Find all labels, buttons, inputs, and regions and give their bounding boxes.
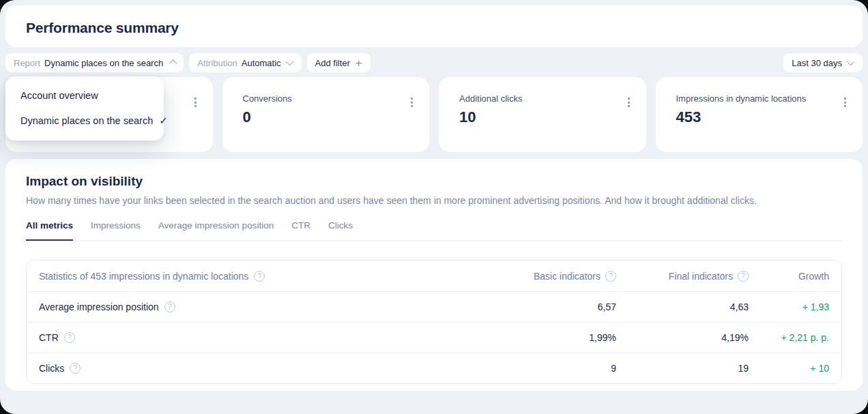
growth-value: + 1,93 (802, 301, 829, 312)
column-header-final: Final indicators (669, 271, 733, 282)
performance-summary-screen: Performance summary Report Dynamic place… (0, 0, 868, 414)
growth-value: + 10 (810, 363, 829, 374)
add-filter-button[interactable]: Add filter + (307, 53, 371, 72)
column-header-basic: Basic indicators (534, 271, 601, 282)
final-value: 4,63 (730, 301, 749, 312)
attribution-filter-pill[interactable]: Attribution Automatic (189, 53, 301, 72)
header-card: Performance summary (5, 5, 863, 47)
table-header-row: Statistics of 453 impressions in dynamic… (27, 261, 841, 291)
impact-visibility-card: Impact on visibility How many times have… (5, 159, 863, 391)
help-icon[interactable]: ? (254, 271, 265, 282)
help-icon[interactable]: ? (164, 301, 175, 312)
help-icon[interactable]: ? (64, 332, 75, 343)
kebab-menu-icon[interactable] (193, 96, 198, 108)
metric-card-conversions: Conversions 0 (222, 77, 430, 152)
kebab-menu-icon[interactable] (409, 96, 414, 108)
kebab-menu-icon[interactable] (843, 96, 848, 108)
table-row: CTR ? 1,99% 4,19% + 2,21 p. p. (27, 322, 841, 353)
report-dropdown-menu: Account overview Dynamic places on the s… (5, 76, 164, 141)
filter-bar: Report Dynamic places on the search Attr… (5, 53, 863, 72)
section-title: Impact on visibility (26, 174, 842, 189)
tab-ctr[interactable]: CTR (291, 220, 310, 241)
statistics-table: Statistics of 453 impressions in dynamic… (26, 260, 842, 384)
metric-label: Conversions (243, 93, 414, 104)
tab-clicks[interactable]: Clicks (328, 220, 353, 241)
final-value: 19 (738, 363, 749, 374)
metric-card-impressions-dynamic: Impressions in dynamic locations 453 (656, 77, 863, 152)
table-row: Average impression position ? 6,57 4,63 … (27, 291, 841, 322)
metric-card-additional-clicks: Additional clicks 10 (439, 77, 646, 152)
check-icon: ✓ (159, 115, 168, 127)
page-title: Performance summary (5, 5, 863, 36)
plus-icon: + (356, 57, 362, 69)
attribution-filter-value: Automatic (242, 58, 281, 68)
add-filter-label: Add filter (315, 58, 350, 68)
row-metric-name: CTR (39, 332, 59, 343)
help-icon[interactable]: ? (738, 271, 749, 282)
section-description: How many times have your links been sele… (26, 195, 842, 206)
row-metric-name: Average impression position (39, 301, 159, 312)
report-filter-label: Report (14, 58, 40, 68)
date-range-value: Last 30 days (792, 58, 842, 68)
tab-all-metrics[interactable]: All metrics (26, 220, 73, 241)
basic-value: 1,99% (589, 332, 616, 343)
metric-value: 0 (243, 108, 414, 126)
basic-value: 9 (611, 363, 616, 374)
chevron-up-icon (169, 59, 177, 67)
table-row: Clicks ? 9 19 + 10 (27, 353, 841, 383)
help-icon[interactable]: ? (70, 363, 81, 374)
metric-value: 10 (459, 108, 630, 126)
menu-item-label: Dynamic places on the search (20, 115, 153, 126)
date-range-pill[interactable]: Last 30 days (783, 53, 863, 72)
tab-impressions[interactable]: Impressions (91, 220, 141, 241)
menu-item-account-overview[interactable]: Account overview (5, 83, 164, 108)
report-filter-pill[interactable]: Report Dynamic places on the search (5, 53, 184, 72)
final-value: 4,19% (721, 332, 749, 343)
attribution-filter-label: Attribution (197, 58, 237, 68)
basic-value: 6,57 (598, 301, 616, 312)
row-metric-name: Clicks (39, 363, 64, 374)
help-icon[interactable]: ? (605, 271, 616, 282)
report-filter-value: Dynamic places on the search (44, 58, 163, 68)
metrics-tabs: All metrics Impressions Average impressi… (26, 220, 842, 241)
metric-label: Impressions in dynamic locations (676, 93, 847, 104)
chevron-down-icon (847, 58, 854, 65)
chevron-down-icon (285, 58, 293, 65)
metric-value: 453 (676, 108, 847, 126)
tab-average-impression-position[interactable]: Average impression position (158, 220, 274, 241)
table-title: Statistics of 453 impressions in dynamic… (39, 271, 248, 282)
menu-item-dynamic-places[interactable]: Dynamic places on the search ✓ (5, 108, 164, 134)
menu-item-label: Account overview (20, 90, 98, 101)
column-header-growth: Growth (798, 271, 829, 282)
growth-value: + 2,21 p. p. (781, 332, 829, 343)
metric-label: Additional clicks (459, 93, 630, 104)
kebab-menu-icon[interactable] (626, 96, 631, 108)
